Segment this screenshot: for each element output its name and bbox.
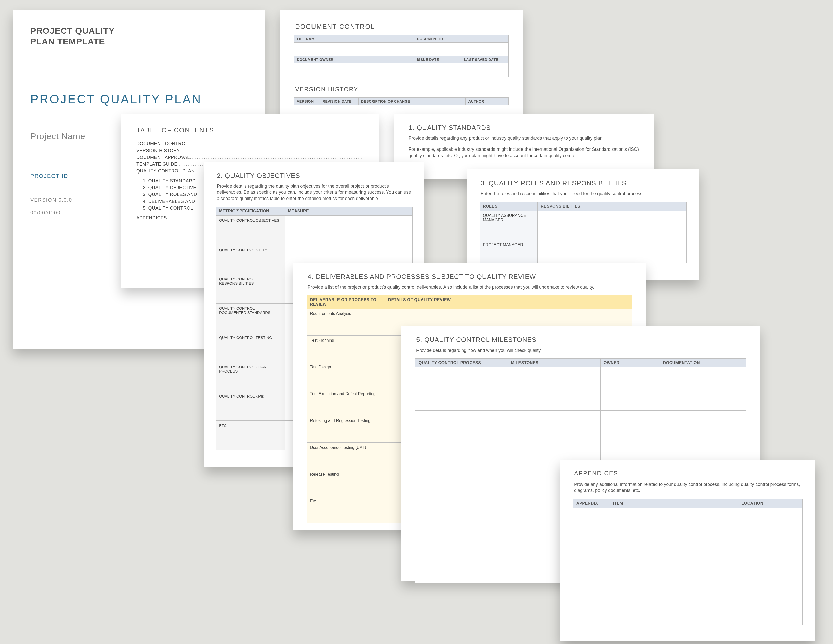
row-label: QUALITY CONTROL RESPONSIBILITIES xyxy=(216,274,285,303)
th-process: QUALITY CONTROL PROCESS xyxy=(415,359,508,367)
th-desc: DESCRIPTION OF CHANGE xyxy=(359,98,466,105)
th-appendix: APPENDIX xyxy=(573,499,610,508)
s2-heading: 2. QUALITY OBJECTIVES xyxy=(217,172,413,180)
table-cell xyxy=(415,454,508,497)
table-cell xyxy=(610,508,738,537)
row-label: QUALITY CONTROL KPIs xyxy=(216,391,285,420)
table-cell xyxy=(508,411,600,454)
th-responsibilities: RESPONSIBILITIES xyxy=(538,202,687,211)
table-cell xyxy=(508,367,600,411)
table-cell xyxy=(415,411,508,454)
th-author: AUTHOR xyxy=(466,98,509,105)
template-title-line2: PLAN TEMPLATE xyxy=(30,36,248,47)
th-version: VERSION xyxy=(294,98,320,105)
roles-table: ROLES RESPONSIBILITIES QUALITY ASSURANCE… xyxy=(479,202,687,263)
th-details: DETAILS OF QUALITY REVIEW xyxy=(385,295,632,309)
th-documentation: DOCUMENTATION xyxy=(660,359,746,367)
th-metric: METRIC/SPECIFICATION xyxy=(216,206,285,216)
appendices-heading: APPENDICES xyxy=(574,470,803,477)
document-title: PROJECT QUALITY PLAN xyxy=(30,92,248,106)
template-title-line1: PROJECT QUALITY xyxy=(30,25,248,36)
s1-desc1: Provide details regarding any product or… xyxy=(408,135,640,141)
table-cell xyxy=(538,240,687,263)
th-item: ITEM xyxy=(610,499,738,508)
appendices-desc: Provide any additional information relat… xyxy=(574,481,803,494)
th-measure: MEASURE xyxy=(285,206,412,216)
s1-desc2: For example, applicable industry standar… xyxy=(408,146,640,159)
th-file-name: FILE NAME xyxy=(294,35,414,43)
s3-desc: Enter the roles and responsibilities tha… xyxy=(481,191,687,197)
cell-filename xyxy=(294,43,414,56)
table-cell xyxy=(660,411,746,454)
table-cell xyxy=(738,508,803,537)
s4-heading: 4. DELIVERABLES AND PROCESSES SUBJECT TO… xyxy=(308,273,632,280)
th-milestones: MILESTONES xyxy=(508,359,600,367)
deliverable-cell: Test Design xyxy=(307,362,385,389)
table-cell xyxy=(738,566,803,596)
appendices-page: APPENDICES Provide any additional inform… xyxy=(560,460,815,641)
deliverable-cell: Release Testing xyxy=(307,470,385,496)
deliverable-cell: Test Execution and Defect Reporting xyxy=(307,389,385,416)
s5-heading: 5. QUALITY CONTROL MILESTONES xyxy=(416,336,746,344)
table-cell xyxy=(738,537,803,566)
cell-issue xyxy=(414,63,462,77)
th-owner: OWNER xyxy=(600,359,660,367)
th-doc-owner: DOCUMENT OWNER xyxy=(294,56,414,63)
th-issue-date: ISSUE DATE xyxy=(414,56,462,63)
table-cell xyxy=(610,537,738,566)
table-cell xyxy=(600,411,660,454)
table-cell xyxy=(600,367,660,411)
toc-heading: TABLE OF CONTENTS xyxy=(136,126,363,134)
table-cell xyxy=(660,367,746,411)
table-cell xyxy=(610,596,738,625)
table-cell xyxy=(573,596,610,625)
cell-docid xyxy=(414,43,509,56)
th-document-id: DOCUMENT ID xyxy=(414,35,509,43)
th-revdate: REVISION DATE xyxy=(320,98,359,105)
row-label: QUALITY CONTROL STEPS xyxy=(216,245,285,274)
deliverable-cell: Etc. xyxy=(307,496,385,523)
appendices-table: APPENDIX ITEM LOCATION xyxy=(573,499,803,625)
role-cell: QUALITY ASSURANCE MANAGER xyxy=(480,211,538,240)
table-cell xyxy=(415,540,508,583)
toc-line: DOCUMENT APPROVAL xyxy=(136,155,363,160)
deliverable-cell: Test Planning xyxy=(307,336,385,362)
s3-heading: 3. QUALITY ROLES AND RESPONSIBILITIES xyxy=(481,179,687,187)
version-history-table: VERSION REVISION DATE DESCRIPTION OF CHA… xyxy=(294,98,509,105)
th-deliverable: DELIVERABLE OR PROCESS TO REVIEW xyxy=(307,295,385,309)
th-roles: ROLES xyxy=(480,202,538,211)
role-cell: PROJECT MANAGER xyxy=(480,240,538,263)
version-history-heading: VERSION HISTORY xyxy=(295,86,509,93)
s4-desc: Provide a list of the project or product… xyxy=(308,284,632,290)
document-control-heading: DOCUMENT CONTROL xyxy=(295,23,509,31)
table-cell xyxy=(573,537,610,566)
table-cell xyxy=(415,497,508,540)
table-cell xyxy=(415,367,508,411)
document-control-table: FILE NAME DOCUMENT ID DOCUMENT OWNER ISS… xyxy=(294,35,509,77)
table-cell xyxy=(285,216,412,245)
th-location: LOCATION xyxy=(738,499,803,508)
row-label: QUALITY CONTROL OBJECTIVES xyxy=(216,216,285,245)
cell-saved xyxy=(462,63,509,77)
table-cell xyxy=(610,566,738,596)
table-cell xyxy=(573,508,610,537)
deliverable-cell: Requirements Analysis xyxy=(307,309,385,336)
toc-line: DOCUMENT CONTROL xyxy=(136,141,363,147)
table-cell xyxy=(538,211,687,240)
th-last-saved: LAST SAVED DATE xyxy=(462,56,509,63)
toc-line: VERSION HISTORY xyxy=(136,148,363,153)
table-cell xyxy=(573,566,610,596)
deliverable-cell: Retesting and Regression Testing xyxy=(307,416,385,443)
row-label: QUALITY CONTROL TESTING xyxy=(216,333,285,362)
s2-desc: Provide details regarding the quality pl… xyxy=(217,183,413,201)
row-label: QUALITY CONTROL DOCUMENTED STANDARDS xyxy=(216,303,285,333)
row-label: ETC. xyxy=(216,420,285,450)
s1-heading: 1. QUALITY STANDARDS xyxy=(408,124,640,132)
cell-owner xyxy=(294,63,414,77)
row-label: QUALITY CONTROL CHANGE PROCESS xyxy=(216,362,285,391)
deliverable-cell: User Acceptance Testing (UAT) xyxy=(307,443,385,470)
s5-desc: Provide details regarding how and when y… xyxy=(416,347,746,353)
table-cell xyxy=(738,596,803,625)
